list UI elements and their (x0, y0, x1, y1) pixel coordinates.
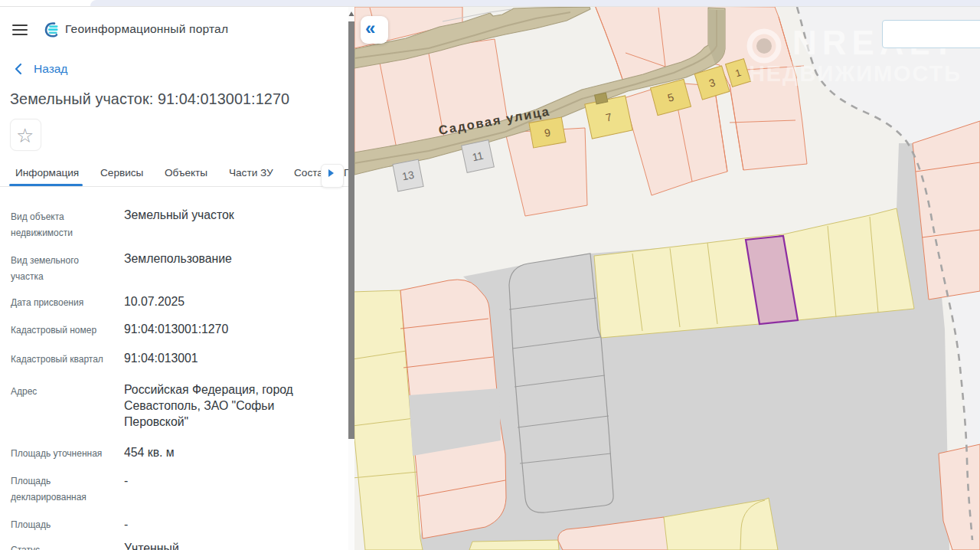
svg-text:НЕДВИЖИМОСТЬ: НЕДВИЖИМОСТЬ (749, 61, 960, 86)
svg-text:13: 13 (401, 169, 416, 183)
